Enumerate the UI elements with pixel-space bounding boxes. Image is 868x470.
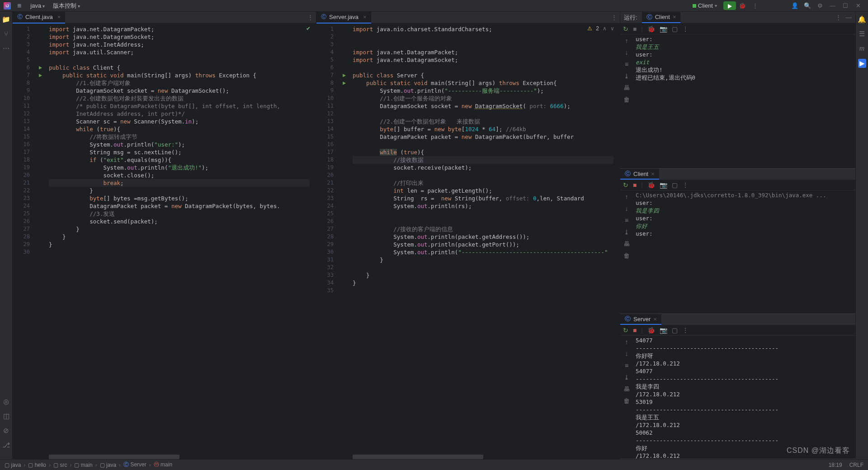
more-icon[interactable]: ⋮ — [682, 327, 689, 334]
code-area-left[interactable]: ✔ 123456▶7▶89101112131415161718192021222… — [13, 24, 316, 459]
tab-more-icon[interactable]: ⋮ — [611, 14, 617, 21]
db-tool-icon[interactable]: ☰ — [859, 30, 865, 38]
scroll-icon[interactable]: ⤓ — [624, 228, 629, 236]
camera-icon[interactable]: 📷 — [660, 25, 667, 33]
rerun-icon[interactable]: ↻ — [623, 327, 628, 334]
wrap-icon[interactable]: ≡ — [625, 61, 628, 68]
run-panel-tab[interactable]: Ⓒ Server × — [620, 314, 661, 325]
vcs-tool-icon[interactable]: ⎇ — [2, 441, 10, 449]
up-icon[interactable]: ↑ — [625, 193, 628, 200]
hscroll-right[interactable] — [353, 455, 613, 459]
target-tool-icon[interactable]: ◎ — [3, 398, 9, 406]
close-icon[interactable]: × — [651, 171, 655, 177]
breadcrumb-item[interactable]: ▢ hello — [28, 462, 46, 468]
breadcrumb-item[interactable]: ▢ src — [53, 462, 67, 468]
rerun-icon[interactable]: ↻ — [623, 25, 628, 33]
maximize-button[interactable]: ☐ — [839, 2, 852, 9]
debug-icon[interactable]: 🐞 — [647, 327, 655, 334]
structure-tool-icon[interactable]: ⑂ — [4, 30, 8, 38]
down-icon[interactable]: ↓ — [625, 205, 628, 212]
code-with-me-icon[interactable]: 👤 — [788, 2, 801, 9]
hscroll-left[interactable] — [49, 455, 310, 459]
breadcrumb-item[interactable]: ▢ main — [74, 462, 92, 468]
debug-button[interactable]: 🐞 — [736, 2, 749, 9]
stop-icon[interactable]: ■ — [633, 25, 637, 33]
run-header-tab[interactable]: Ⓒ Client × — [642, 12, 681, 23]
layout-icon[interactable]: ▢ — [672, 327, 678, 334]
debug-icon[interactable]: 🐞 — [647, 181, 655, 189]
run-panel-tab[interactable]: Ⓒ Client × — [620, 169, 659, 180]
stop-icon[interactable]: ■ — [633, 181, 637, 189]
close-tab-icon[interactable]: × — [57, 14, 61, 20]
trash-icon[interactable]: 🗑 — [623, 252, 630, 259]
square-green-icon — [693, 4, 696, 8]
run-output[interactable]: user:我是王五user:exit退出成功!进程已结束,退出代码0 — [633, 34, 855, 168]
print-icon[interactable]: 🖶 — [623, 385, 630, 393]
more-icon[interactable]: ⋮ — [682, 25, 689, 33]
run-toolbar: ↻ ■ | 🐞 📷 ▢ ⋮ — [620, 325, 855, 336]
run-output[interactable]: C:\Users\20146\.jdks\corretto-1.8.0_392\… — [633, 190, 855, 313]
tab-client-java[interactable]: Ⓒ Client.java × — [13, 12, 65, 24]
down-icon[interactable]: ↓ — [625, 350, 628, 357]
more-tools-icon[interactable]: ⋯ — [3, 44, 9, 52]
run-panel-tabs: Ⓒ Server × — [620, 314, 855, 325]
minimize-button[interactable]: — — [826, 2, 839, 9]
rerun-icon[interactable]: ↻ — [623, 181, 628, 189]
settings-icon[interactable]: ⚙ — [814, 2, 826, 9]
more-run-button[interactable]: ⋮ — [749, 2, 761, 9]
run-config-selector[interactable]: Client ▾ — [689, 1, 721, 10]
close-button[interactable]: ✕ — [852, 2, 864, 9]
stop-icon[interactable]: ■ — [633, 327, 637, 334]
project-dropdown[interactable]: java — [30, 2, 45, 9]
notifications-icon[interactable]: 🔔 — [858, 15, 866, 24]
debug-icon[interactable]: 🐞 — [647, 25, 655, 33]
layout-icon[interactable]: ▢ — [672, 25, 678, 33]
layout-icon[interactable]: ▢ — [672, 181, 678, 189]
main-menu-button[interactable]: ≡ — [17, 2, 21, 10]
run-header-tab-label: Client — [655, 14, 670, 20]
problems-tool-icon[interactable]: ⊘ — [3, 427, 9, 435]
tab-server-java[interactable]: Ⓒ Server.java × — [316, 12, 371, 24]
run-output[interactable]: 54077-----------------------------------… — [633, 336, 855, 459]
scroll-icon[interactable]: ⤓ — [624, 72, 629, 80]
breadcrumb-item[interactable]: ▢ java — [5, 462, 21, 468]
close-icon[interactable]: × — [673, 14, 676, 20]
up-icon[interactable]: ↑ — [625, 338, 628, 346]
caret-position[interactable]: 18:19 — [829, 462, 842, 468]
close-icon[interactable]: × — [653, 316, 657, 323]
build-tool-icon[interactable]: ◫ — [3, 412, 9, 420]
breadcrumb-item[interactable]: ▢ java — [100, 462, 116, 468]
breadcrumb-item[interactable]: Ⓒ Server — [123, 461, 146, 469]
trash-icon[interactable]: 🗑 — [623, 397, 630, 404]
editor-pane-left: Ⓒ Client.java × ⋮ ✔ 123456▶7▶89101112131… — [13, 12, 316, 459]
wrap-icon[interactable]: ≡ — [625, 362, 628, 369]
close-tab-icon[interactable]: × — [363, 14, 367, 20]
breadcrumb-item[interactable]: ⓜ main — [154, 461, 172, 469]
tab-more-icon[interactable]: ⋮ — [307, 14, 313, 21]
down-icon[interactable]: ↓ — [625, 49, 628, 56]
search-icon[interactable]: 🔍 — [801, 2, 814, 9]
run-tab-label: Client — [633, 171, 648, 177]
vcs-dropdown[interactable]: 版本控制 — [53, 2, 80, 10]
print-icon[interactable]: 🖶 — [623, 84, 630, 91]
play-icon — [727, 4, 732, 9]
camera-icon[interactable]: 📷 — [660, 327, 667, 334]
print-icon[interactable]: 🖶 — [623, 240, 630, 247]
minimize-tool-icon[interactable]: — — [846, 14, 852, 21]
line-separator[interactable]: CRLF — [849, 462, 863, 468]
up-icon[interactable]: ↑ — [625, 37, 628, 44]
wrap-icon[interactable]: ≡ — [625, 217, 628, 224]
camera-icon[interactable]: 📷 — [660, 181, 667, 189]
trash-icon[interactable]: 🗑 — [623, 96, 630, 103]
run-button[interactable] — [723, 1, 736, 10]
breadcrumb[interactable]: ▢ java›▢ hello›▢ src›▢ main›▢ java›Ⓒ Ser… — [5, 461, 172, 469]
more-icon[interactable]: ⋮ — [682, 181, 689, 189]
run-side-icon[interactable]: ▶ — [858, 59, 866, 68]
project-tool-icon[interactable]: 📁 — [2, 15, 10, 24]
scroll-icon[interactable]: ⤓ — [624, 374, 629, 381]
run-more-icon[interactable]: ⋮ — [835, 14, 841, 21]
code-area-right[interactable]: ⚠ 2 ∧ ∨ 1234567▶8▶9101112131415161718192… — [316, 24, 620, 459]
right-tool-strip: 🔔 ☰ m ▶ — [855, 12, 868, 459]
main-area: Ⓒ Client.java × ⋮ ✔ 123456▶7▶89101112131… — [13, 12, 855, 459]
maven-tool-icon[interactable]: m — [859, 44, 865, 52]
